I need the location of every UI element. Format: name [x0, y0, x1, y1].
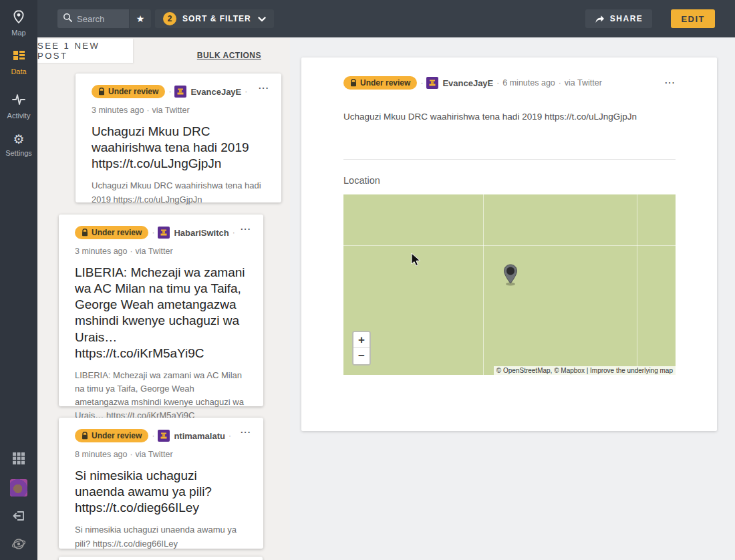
post-source: via Twitter: [136, 450, 173, 459]
status-badge[interactable]: Under review: [92, 85, 165, 98]
post-body: Uchaguzi Mkuu DRC waahirishwa tena hadi …: [343, 110, 676, 124]
map-marker-icon[interactable]: [500, 263, 521, 290]
post-title[interactable]: LIBERIA: Mchezaji wa zamani wa AC Milan …: [75, 265, 247, 362]
post-excerpt: LIBERIA: Mchezaji wa zamani wa AC Milan …: [75, 369, 247, 423]
logout-button[interactable]: [0, 509, 37, 525]
post-excerpt: Si nimesikia uchaguzi unaenda awamu ya p…: [75, 523, 247, 550]
author-avatar: [426, 77, 438, 89]
logout-icon: [11, 509, 26, 524]
status-label: Under review: [108, 87, 158, 96]
topbar-actions: SHARE EDIT: [585, 9, 715, 28]
activity-pulse-icon: [11, 92, 27, 107]
sidebar-item-activity[interactable]: Activity: [0, 92, 37, 120]
post-source: via Twitter: [152, 106, 190, 115]
author-avatar: [158, 430, 170, 442]
status-badge[interactable]: Under review: [75, 429, 148, 442]
search-box[interactable]: [57, 9, 129, 28]
post-time: 3 minutes ago: [92, 106, 144, 115]
apps-grid-icon: [12, 452, 25, 466]
lock-icon: [82, 229, 88, 237]
sidebar-item-data[interactable]: Data: [0, 48, 37, 76]
sort-filter-button[interactable]: 2 SORT & FILTER: [155, 9, 274, 28]
map-tile-line: [343, 245, 676, 246]
edit-label: EDIT: [681, 14, 705, 24]
post-card[interactable]: ··· Under review · EvanceJayE · 3 minute…: [76, 74, 281, 202]
post-time: 3 minutes ago: [75, 247, 128, 256]
author-avatar: [174, 86, 186, 98]
post-menu-icon[interactable]: ···: [665, 80, 676, 86]
post-author[interactable]: HabariSwitch: [174, 228, 229, 238]
separator: ·: [168, 87, 171, 96]
lock-icon: [82, 432, 88, 440]
post-card[interactable]: ··· Under review · ntimamalatu · 8 minut…: [59, 418, 263, 549]
status-label: Under review: [92, 431, 142, 440]
edit-button[interactable]: EDIT: [671, 9, 715, 28]
zoom-in-button[interactable]: +: [353, 332, 370, 348]
new-post-banner-label: SEE 1 NEW POST: [37, 41, 133, 61]
saved-searches-button[interactable]: ★: [130, 9, 151, 28]
apps-grid-button[interactable]: [0, 452, 37, 468]
post-author[interactable]: EvanceJayE: [190, 87, 241, 97]
sidebar-item-label: Activity: [0, 112, 37, 120]
search-icon: [63, 13, 72, 25]
post-author[interactable]: ntimamalatu: [174, 431, 225, 441]
map-pin-icon: [12, 9, 25, 24]
map-tile-line: [483, 194, 484, 375]
sidebar-item-label: Settings: [0, 149, 37, 157]
sidebar-item-settings[interactable]: ⚙ Settings: [0, 132, 37, 157]
post-card[interactable]: ··· Under review · HabariSwitch · 3 minu…: [59, 215, 263, 406]
platform-logo[interactable]: [0, 537, 37, 554]
data-grid-icon: [11, 48, 26, 63]
zoom-out-button[interactable]: −: [353, 348, 370, 364]
post-menu-icon[interactable]: ···: [241, 227, 251, 232]
sidebar-item-map[interactable]: Map: [0, 9, 37, 37]
post-card-header: Under review · ntimamalatu ·: [75, 429, 247, 442]
share-button[interactable]: SHARE: [585, 9, 653, 28]
separator: ·: [152, 228, 154, 237]
filter-count-badge: 2: [163, 12, 176, 25]
separator: ·: [420, 78, 423, 88]
avatar: [10, 479, 27, 497]
separator: ·: [130, 247, 133, 256]
map-tile-line: [637, 194, 637, 375]
post-meta: 3 minutes ago·via Twitter: [92, 106, 265, 115]
divider: [343, 159, 676, 160]
sort-filter-label: SORT & FILTER: [182, 14, 251, 23]
post-author[interactable]: EvanceJayE: [442, 78, 493, 88]
post-menu-icon[interactable]: ···: [241, 430, 251, 435]
separator: ·: [147, 106, 150, 115]
separator: ·: [229, 431, 231, 440]
post-card-partial[interactable]: [59, 557, 263, 560]
location-map[interactable]: + − © OpenStreetMap, © Mapbox | Improve …: [343, 194, 676, 375]
post-card-header: Under review · EvanceJayE ·: [92, 85, 265, 98]
sidebar-item-label: Map: [0, 29, 37, 37]
post-menu-icon[interactable]: ···: [259, 86, 269, 91]
bulk-actions-button[interactable]: BULK ACTIONS: [197, 51, 261, 60]
post-time: 6 minutes ago: [502, 78, 555, 88]
lock-icon: [350, 79, 357, 87]
post-excerpt: Uchaguzi Mkuu DRC waahirishwa tena hadi …: [92, 179, 265, 206]
share-arrow-icon: [595, 15, 605, 23]
post-source: via Twitter: [136, 247, 173, 256]
star-icon: ★: [136, 13, 145, 24]
author-avatar: [158, 227, 170, 239]
search-input[interactable]: [77, 14, 121, 24]
map-zoom-control: + −: [352, 331, 371, 366]
post-meta: 8 minutes ago·via Twitter: [75, 450, 247, 459]
separator: ·: [130, 450, 133, 459]
map-attribution[interactable]: © OpenStreetMap, © Mapbox | Improve the …: [494, 366, 676, 375]
status-badge[interactable]: Under review: [343, 76, 417, 90]
separator: ·: [245, 87, 247, 96]
gear-icon: ⚙: [13, 132, 24, 147]
post-time: 8 minutes ago: [75, 450, 128, 459]
post-title[interactable]: Uchaguzi Mkuu DRC waahirishwa tena hadi …: [92, 124, 265, 172]
status-label: Under review: [92, 228, 142, 237]
posts-list-pane: SEE 1 NEW POST BULK ACTIONS ··· Under re…: [37, 37, 290, 560]
separator: ·: [496, 78, 499, 88]
new-post-banner[interactable]: SEE 1 NEW POST: [37, 39, 133, 63]
separator: ·: [233, 228, 235, 237]
user-avatar[interactable]: [0, 479, 37, 499]
status-badge[interactable]: Under review: [75, 226, 148, 239]
detail-header: Under review · EvanceJayE · 6 minutes ag…: [343, 76, 676, 90]
post-title[interactable]: Si nimesikia uchaguzi unaenda awamu ya p…: [75, 468, 247, 516]
